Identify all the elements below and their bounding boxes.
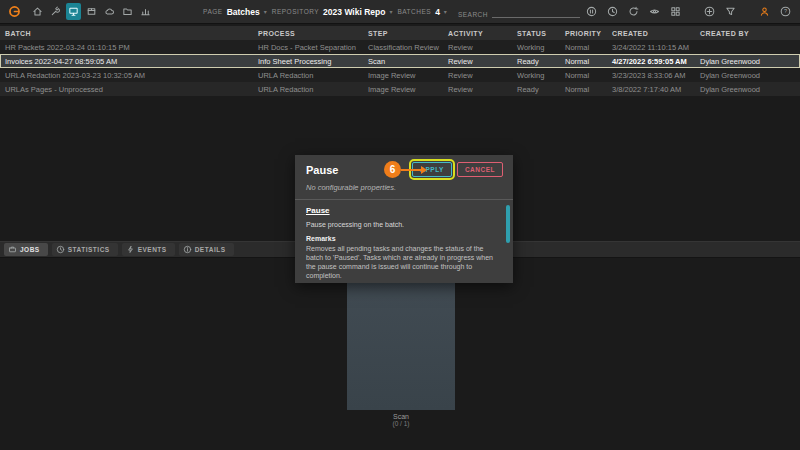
table-header-row: BATCH PROCESS STEP ACTIVITY STATUS PRIOR… (0, 26, 800, 40)
folder-icon (122, 6, 133, 17)
cell-step: Classification Review (363, 43, 443, 52)
info-icon (183, 245, 192, 254)
app-window: PAGE Batches ▾ REPOSITORY 2023 Wiki Repo… (0, 0, 800, 450)
cell-priority: Normal (560, 71, 607, 80)
table-row[interactable]: HR Packets 2022-03-24 01:10:15 PM HR Doc… (0, 40, 800, 54)
column-header-created-by[interactable]: CREATED BY (695, 30, 800, 37)
package-icon (86, 6, 97, 17)
context-bar: PAGE Batches ▾ REPOSITORY 2023 Wiki Repo… (203, 6, 580, 18)
cell-batch: Invoices 2022-04-27 08:59:05 AM (0, 57, 253, 66)
cell-created: 3/24/2022 11:10:15 AM (607, 43, 695, 52)
cell-created-by: Dylan Greenwood (695, 71, 800, 80)
tab-statistics[interactable]: STATISTICS (52, 243, 118, 256)
column-header-process[interactable]: PROCESS (253, 30, 363, 37)
column-header-step[interactable]: STEP (363, 30, 443, 37)
grid-icon (670, 6, 681, 17)
cell-process: HR Docs - Packet Separation (253, 43, 363, 52)
dialog-title: Pause (306, 164, 338, 176)
tab-label: STATISTICS (68, 246, 110, 253)
help-panel: Pause Pause processing on the batch. Rem… (295, 199, 513, 283)
cell-batch: URLA Redaction 2023-03-23 10:32:05 AM (0, 71, 253, 80)
tab-events[interactable]: EVENTS (122, 243, 175, 256)
cell-activity: Review (443, 43, 512, 52)
column-header-activity[interactable]: ACTIVITY (443, 30, 512, 37)
batches-count: 4 (435, 7, 440, 17)
page-dropdown[interactable]: PAGE Batches ▾ (203, 7, 267, 17)
cell-priority: Normal (560, 57, 607, 66)
column-header-priority[interactable]: PRIORITY (560, 30, 607, 37)
cell-process: Info Sheet Processing (253, 57, 363, 66)
column-header-batch[interactable]: BATCH (0, 30, 253, 37)
help-icon: ? (780, 6, 791, 17)
repository-dropdown[interactable]: REPOSITORY 2023 Wiki Repo ▾ (272, 7, 393, 17)
package-button[interactable] (83, 3, 99, 20)
history-button[interactable] (603, 3, 621, 20)
reports-button[interactable] (137, 3, 153, 20)
briefcase-icon (8, 245, 17, 254)
chevron-down-icon: ▾ (444, 8, 447, 15)
pause-button[interactable] (582, 3, 600, 20)
search-input[interactable] (492, 6, 580, 18)
annotation-arrow-icon (401, 169, 422, 171)
cell-activity: Review (443, 71, 512, 80)
column-header-created[interactable]: CREATED (607, 30, 695, 37)
remarks-text: Removes all pending tasks and changes th… (306, 244, 494, 280)
table-row-selected[interactable]: Invoices 2022-04-27 08:59:05 AM Info She… (0, 54, 800, 68)
cell-created-by: Dylan Greenwood (695, 57, 800, 66)
batches-label: BATCHES (397, 8, 431, 15)
user-button[interactable] (755, 3, 773, 20)
column-header-status[interactable]: STATUS (512, 30, 560, 37)
app-logo[interactable] (6, 3, 24, 21)
remarks-heading: Remarks (306, 235, 499, 242)
chevron-down-icon: ▾ (389, 8, 392, 15)
cell-created: 3/8/2022 7:17:40 AM (607, 85, 695, 94)
cell-process: URLA Redaction (253, 71, 363, 80)
tab-details[interactable]: DETAILS (179, 243, 234, 256)
monitor-icon (68, 6, 79, 17)
batch-table: BATCH PROCESS STEP ACTIVITY STATUS PRIOR… (0, 26, 800, 96)
tools-button[interactable] (48, 3, 64, 20)
eye-icon (649, 6, 660, 17)
refresh-button[interactable] (624, 3, 642, 20)
repository-value: 2023 Wiki Repo (323, 7, 385, 17)
chevron-down-icon: ▾ (264, 8, 267, 15)
batches-count-dropdown[interactable]: BATCHES 4 ▾ (397, 7, 446, 17)
tab-jobs[interactable]: JOBS (4, 243, 48, 256)
cell-created: 4/27/2022 6:59:05 AM (607, 57, 695, 66)
table-row[interactable]: URLA Redaction 2023-03-23 10:32:05 AM UR… (0, 68, 800, 82)
add-batch-button[interactable] (700, 3, 718, 20)
cloud-icon (104, 6, 115, 17)
pause-icon (586, 6, 597, 17)
layout-button[interactable] (666, 3, 684, 20)
table-row[interactable]: URLAs Pages - Unprocessed URLA Redaction… (0, 82, 800, 96)
cell-batch: URLAs Pages - Unprocessed (0, 85, 253, 94)
cell-status: Ready (512, 57, 560, 66)
cell-step: Image Review (363, 71, 443, 80)
annotation-step-badge: 6 (384, 161, 401, 178)
thumbnail-page-count: (0 / 1) (327, 420, 475, 427)
page-label: PAGE (203, 8, 223, 15)
topbar-actions: ? (582, 3, 794, 20)
cell-status: Ready (512, 85, 560, 94)
help-button[interactable]: ? (776, 3, 794, 20)
pause-dialog: Pause APPLY CANCEL No configurable prope… (295, 155, 513, 283)
cancel-button[interactable]: CANCEL (457, 162, 503, 177)
watch-button[interactable] (645, 3, 663, 20)
cloud-button[interactable] (101, 3, 117, 20)
cell-created-by: Dylan Greenwood (695, 85, 800, 94)
top-bar: PAGE Batches ▾ REPOSITORY 2023 Wiki Repo… (0, 0, 800, 24)
thumbnail-caption: Scan (0 / 1) (327, 413, 475, 427)
page-value: Batches (227, 7, 260, 17)
batches-view-button[interactable] (66, 3, 82, 20)
help-scrollbar[interactable] (506, 205, 510, 243)
add-icon (704, 6, 715, 17)
folders-button[interactable] (119, 3, 135, 20)
filter-button[interactable] (721, 3, 739, 20)
cell-step: Scan (363, 57, 443, 66)
clock-icon (56, 245, 65, 254)
page-thumbnail[interactable] (347, 262, 455, 410)
home-button[interactable] (30, 3, 46, 20)
filter-icon (725, 6, 736, 17)
user-icon (759, 6, 770, 17)
cell-activity: Review (443, 85, 512, 94)
